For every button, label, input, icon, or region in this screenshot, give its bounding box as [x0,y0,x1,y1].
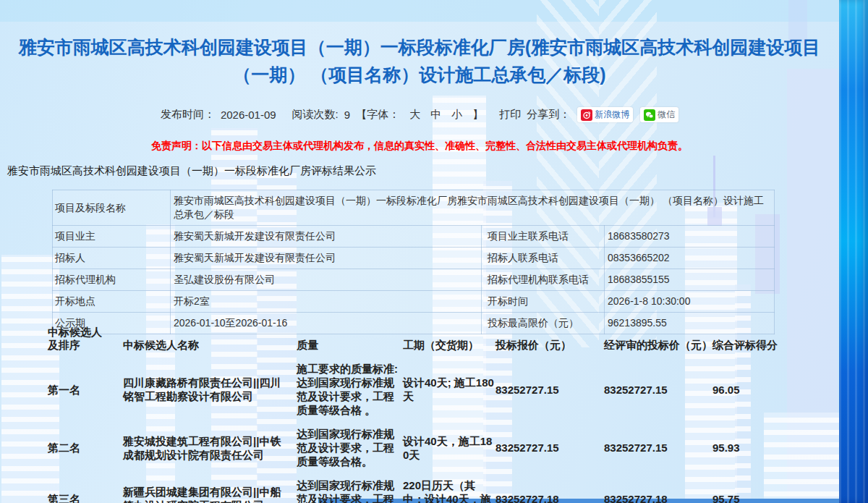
candidate-1-bid-price: 83252727.15 [495,356,604,423]
opening-place-label: 开标地点 [53,291,171,313]
candidate-2-bid-price: 83252727.15 [495,423,604,473]
agency-phone-value: 18683855155 [605,269,775,291]
opening-place-value: 开标2室 [171,291,482,313]
share-wechat-button[interactable]: 微信 [640,107,678,122]
page-title: 雅安市雨城区高技术科创园建设项目（一期）一标段标准化厂房(雅安市雨城区高技术科创… [13,33,826,88]
candidate-3-evaluated-price: 83252727.18 [604,473,712,503]
project-name-value: 雅安市雨城区高技术科创园建设项目（一期）一标段标准化厂房雅安市雨城区高技术科创园… [171,190,775,226]
project-details-table: 项目及标段名称 雅安市雨城区高技术科创园建设项目（一期）一标段标准化厂房雅安市雨… [52,190,775,334]
rank-1: 第一名 [46,356,123,423]
weibo-icon [581,109,592,121]
table-row: 项目及标段名称 雅安市雨城区高技术科创园建设项目（一期）一标段标准化厂房雅安市雨… [53,190,775,226]
candidate-3-duration: 220日历天（其中：设计40天，施工180天) [403,473,495,503]
table-row: 开标地点 开标2室 开标时间 2026-1-8 10:30:00 [53,291,775,313]
candidate-row-1: 第一名 四川康藏路桥有限责任公司||四川铭智工程勘察设计有限公司 施工要求的质量… [46,356,788,423]
print-link[interactable]: 打印 [499,108,521,122]
candidate-3-bid-price: 83252727.18 [495,473,604,503]
publish-time-label: 发布时间： [161,108,215,122]
table-row: 招标代理机构 圣弘建设股份有限公司 招标代理机构联系电话 18683855155 [53,269,775,291]
tenderer-phone-value: 08353665202 [605,248,775,269]
share-to-label: 分享到： [527,108,570,122]
project-name-label: 项目及标段名称 [53,190,171,226]
candidate-2-evaluated-price: 83252727.15 [604,423,712,473]
candidate-2-name: 雅安城投建筑工程有限公司||中铁成都规划设计院有限责任公司 [123,423,297,473]
candidate-1-evaluated-price: 83252727.15 [604,356,712,423]
header-quality: 质量 [297,326,403,356]
tenderer-label: 招标人 [53,248,171,269]
candidate-1-score: 96.05 [712,356,788,423]
owner-label: 项目业主 [53,226,171,248]
candidate-row-3: 第三名 新疆兵团城建集团有限公司||中船第九设计研究院工程有限公司 达到国家现行… [46,473,788,503]
font-size-close-bracket: 】 [472,108,483,122]
share-weibo-label: 新浪微博 [595,109,629,121]
table-row: 招标人 雅安蜀天新城开发建设有限责任公司 招标人联系电话 08353665202 [53,248,775,269]
header-bid-price: 投标报价（元） [495,326,604,356]
owner-value: 雅安蜀天新城开发建设有限责任公司 [171,226,482,248]
header-rank: 中标候选人及排序 [46,326,123,356]
candidates-header-row: 中标候选人及排序 中标候选人名称 质量 工期（交货期） 投标报价（元） 经评审的… [46,326,788,356]
candidate-3-score: 95.75 [712,473,788,503]
candidate-2-quality: 达到国家现行标准规范及设计要求，工程质量等级合格。 [297,423,403,473]
meta-row: 发布时间： 2026-01-09 阅读次数: 9 【字体： 大 中 小 】 打印… [0,107,839,122]
share-wechat-label: 微信 [658,109,675,121]
opening-time-label: 开标时间 [482,291,605,313]
header-score: 综合评标得分 [712,326,788,356]
owner-phone-label: 项目业主联系电话 [482,226,605,248]
candidates-table: 中标候选人及排序 中标候选人名称 质量 工期（交货期） 投标报价（元） 经评审的… [46,326,788,503]
wechat-icon [644,109,655,121]
candidate-row-2: 第二名 雅安城投建筑工程有限公司||中铁成都规划设计院有限责任公司 达到国家现行… [46,423,788,473]
agency-phone-label: 招标代理机构联系电话 [482,269,605,291]
rank-3: 第三名 [46,473,123,503]
candidate-2-duration: 设计40天，施工180天 [403,423,495,473]
header-evaluated-price: 经评审的投标价（元） [604,326,712,356]
candidate-3-quality: 达到国家现行标准规范及设计要求，工程质量等级合格 [297,473,403,503]
font-size-small-link[interactable]: 小 [451,108,462,122]
font-size-open-bracket: 【字体： [356,108,399,122]
result-announcement-title: 雅安市雨城区高技术科创园建设项目（一期）一标段标准化厂房评标结果公示 [7,164,839,178]
opening-time-value: 2026-1-8 10:30:00 [605,291,775,313]
views-label: 阅读次数: [292,108,339,122]
tenderer-value: 雅安蜀天新城开发建设有限责任公司 [171,248,482,269]
table-row: 项目业主 雅安蜀天新城开发建设有限责任公司 项目业主联系电话 186835802… [53,226,775,248]
share-weibo-button[interactable]: 新浪微博 [577,107,633,122]
tenderer-phone-label: 招标人联系电话 [482,248,605,269]
candidate-2-score: 95.93 [712,423,788,473]
candidate-3-name: 新疆兵团城建集团有限公司||中船第九设计研究院工程有限公司 [123,473,297,503]
candidate-1-name: 四川康藏路桥有限责任公司||四川铭智工程勘察设计有限公司 [123,356,297,423]
candidate-1-quality: 施工要求的质量标准:达到国家现行标准规范及设计要求，工程质量等级合格 。 [297,356,403,423]
disclaimer-text: 免责声明：以下信息由交易主体或代理机构发布，信息的真实性、准确性、完整性、合法性… [0,140,839,153]
candidate-1-duration: 设计40天; 施工180天 [403,356,495,423]
header-duration: 工期（交货期） [403,326,495,356]
rank-2: 第二名 [46,423,123,473]
header-name: 中标候选人名称 [123,326,297,356]
views-count: 9 [344,109,350,121]
font-size-large-link[interactable]: 大 [409,108,420,122]
agency-value: 圣弘建设股份有限公司 [171,269,482,291]
font-size-medium-link[interactable]: 中 [430,108,441,122]
publish-time-value: 2026-01-09 [221,109,276,121]
owner-phone-value: 18683580273 [605,226,775,248]
right-blue-band [839,0,868,503]
agency-label: 招标代理机构 [53,269,171,291]
